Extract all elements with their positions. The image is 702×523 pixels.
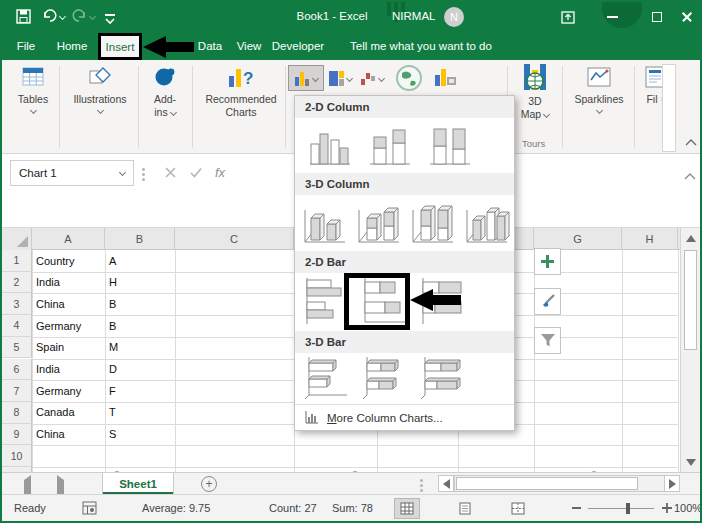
cell-A1[interactable]: Country bbox=[36, 255, 75, 267]
status-count[interactable]: Count: 27 bbox=[269, 502, 317, 514]
sheet-tab-active[interactable]: Sheet1 bbox=[102, 473, 174, 494]
icon-stacked-column[interactable] bbox=[367, 124, 413, 172]
tables-button[interactable]: Tables bbox=[10, 64, 56, 113]
chart-styles-button[interactable] bbox=[534, 288, 561, 315]
view-page-break-button[interactable] bbox=[505, 498, 531, 519]
chart-filters-button[interactable] bbox=[534, 327, 561, 354]
maximize-button[interactable] bbox=[643, 2, 671, 32]
insert-column-chart-button[interactable] bbox=[288, 65, 324, 91]
cell-A3[interactable]: China bbox=[36, 298, 65, 310]
row-header-1[interactable]: 1 bbox=[2, 250, 32, 272]
redo-dropdown-icon[interactable] bbox=[89, 13, 96, 20]
sparklines-button[interactable]: Sparklines bbox=[568, 64, 630, 113]
cell-A9[interactable]: China bbox=[36, 428, 65, 440]
icon-3d-clustered-bar[interactable] bbox=[303, 355, 353, 403]
tab-data[interactable]: Data bbox=[190, 32, 230, 60]
icon-3d-clustered-column[interactable] bbox=[301, 200, 349, 250]
row-header-9[interactable]: 9 bbox=[2, 424, 32, 446]
icon-3d-stacked-bar[interactable] bbox=[361, 355, 411, 403]
cell-B3[interactable]: B bbox=[109, 298, 116, 310]
row-header-5[interactable]: 5 bbox=[2, 337, 32, 359]
zoom-slider-thumb[interactable] bbox=[626, 503, 630, 514]
row-header-8[interactable]: 8 bbox=[2, 402, 32, 424]
zoom-level[interactable]: 100% bbox=[674, 502, 702, 514]
cell-B4[interactable]: B bbox=[109, 320, 116, 332]
row-header-7[interactable]: 7 bbox=[2, 380, 32, 402]
macro-record-icon[interactable] bbox=[82, 501, 97, 517]
cell-B8[interactable]: T bbox=[109, 406, 116, 418]
zoom-out-button[interactable] bbox=[572, 507, 581, 509]
tab-file[interactable]: File bbox=[10, 32, 42, 60]
redo-icon[interactable] bbox=[72, 9, 87, 27]
cell-B2[interactable]: H bbox=[109, 276, 117, 288]
more-column-charts-item[interactable]: More Column Charts... bbox=[295, 404, 514, 430]
tab-developer[interactable]: Developer bbox=[268, 32, 328, 60]
hscroll-right-button[interactable] bbox=[664, 475, 680, 492]
scroll-down-button[interactable] bbox=[681, 452, 701, 472]
tab-view[interactable]: View bbox=[230, 32, 268, 60]
insert-hierarchy-chart-button[interactable] bbox=[328, 65, 358, 91]
hscroll-left-button[interactable] bbox=[438, 475, 454, 492]
confirm-formula-icon[interactable] bbox=[186, 162, 206, 182]
status-average[interactable]: Average: 9.75 bbox=[142, 502, 210, 514]
row-header-3[interactable]: 3 bbox=[2, 293, 32, 315]
undo-dropdown-icon[interactable] bbox=[59, 13, 66, 20]
new-sheet-button[interactable]: + bbox=[201, 476, 217, 492]
insert-waterfall-chart-button[interactable] bbox=[360, 65, 390, 91]
vertical-scrollbar[interactable] bbox=[680, 228, 700, 472]
icon-3d-stacked-column[interactable] bbox=[355, 200, 403, 250]
illustrations-button[interactable]: Illustrations bbox=[64, 64, 136, 113]
name-box[interactable]: Chart 1 bbox=[10, 160, 134, 186]
cell-B9[interactable]: S bbox=[109, 428, 116, 440]
scroll-up-button[interactable] bbox=[681, 228, 701, 248]
avatar[interactable]: N bbox=[444, 7, 464, 27]
column-header-B[interactable]: B bbox=[105, 228, 175, 250]
undo-icon[interactable] bbox=[42, 9, 57, 27]
recommended-charts-button[interactable]: ? Recommended Charts bbox=[198, 64, 284, 119]
cell-A2[interactable]: India bbox=[36, 276, 60, 288]
cell-B6[interactable]: D bbox=[109, 363, 117, 375]
addins-button[interactable]: Add- ins bbox=[142, 64, 188, 119]
view-page-layout-button[interactable] bbox=[452, 498, 478, 519]
icon-3d-100-stacked-column[interactable] bbox=[409, 200, 457, 250]
horizontal-scrollbar[interactable] bbox=[454, 475, 680, 492]
insert-function-button[interactable]: fx bbox=[210, 162, 230, 182]
cell-B5[interactable]: M bbox=[109, 341, 118, 353]
icon-3d-100-stacked-bar[interactable] bbox=[419, 355, 469, 403]
cell-A4[interactable]: Germany bbox=[36, 320, 81, 332]
tell-me-box[interactable]: Tell me what you want to do bbox=[350, 32, 510, 60]
collapse-ribbon-icon[interactable] bbox=[684, 136, 698, 150]
cell-A6[interactable]: India bbox=[36, 363, 60, 375]
zoom-slider-track[interactable] bbox=[588, 508, 654, 509]
status-sum[interactable]: Sum: 78 bbox=[332, 502, 373, 514]
cell-A7[interactable]: Germany bbox=[36, 385, 81, 397]
cancel-formula-icon[interactable] bbox=[160, 162, 180, 182]
column-header-H[interactable]: H bbox=[622, 228, 678, 250]
formula-bar-splitter[interactable] bbox=[142, 166, 145, 183]
row-header-2[interactable]: 2 bbox=[2, 272, 32, 294]
horizontal-scroll-thumb[interactable] bbox=[456, 477, 638, 490]
icon-3d-column[interactable] bbox=[463, 200, 511, 250]
column-header-C[interactable]: C bbox=[175, 228, 294, 250]
tab-home[interactable]: Home bbox=[52, 32, 92, 60]
view-normal-button[interactable] bbox=[394, 498, 420, 519]
3d-map-button[interactable]: 3D Map bbox=[512, 62, 558, 121]
chart-elements-button[interactable] bbox=[534, 248, 561, 275]
3d-map-preview-icon[interactable] bbox=[394, 63, 424, 93]
cell-A8[interactable]: Canada bbox=[36, 406, 75, 418]
cell-B7[interactable]: F bbox=[109, 385, 116, 397]
ribbon-display-options-icon[interactable] bbox=[554, 2, 582, 32]
cell-B1[interactable]: A bbox=[109, 255, 116, 267]
column-header-A[interactable]: A bbox=[32, 228, 105, 250]
row-header-6[interactable]: 6 bbox=[2, 359, 32, 381]
close-button[interactable] bbox=[673, 2, 701, 32]
row-header-4[interactable]: 4 bbox=[2, 315, 32, 337]
minimize-button[interactable] bbox=[598, 2, 626, 32]
zoom-in-button[interactable] bbox=[662, 503, 672, 515]
cell-A5[interactable]: Spain bbox=[36, 341, 64, 353]
insert-pivotchart-button[interactable] bbox=[434, 66, 458, 88]
expand-formula-bar-icon[interactable] bbox=[684, 168, 696, 186]
save-icon[interactable] bbox=[16, 9, 31, 28]
icon-clustered-column[interactable] bbox=[307, 124, 353, 172]
icon-100-stacked-column[interactable] bbox=[427, 124, 473, 172]
